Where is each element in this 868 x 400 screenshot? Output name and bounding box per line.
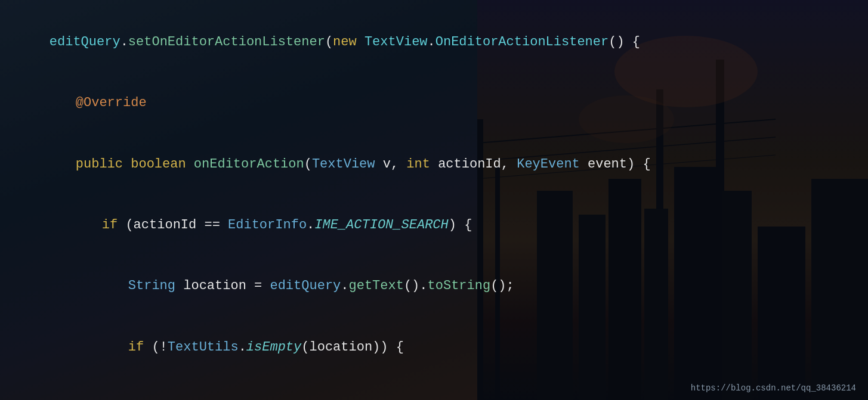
code-line-2: @Override xyxy=(18,73,850,134)
code-line-4: if (actionId == EditorInfo.IME_ACTION_SE… xyxy=(18,195,850,256)
code-line-1: editQuery.setOnEditorActionListener(new … xyxy=(18,12,850,73)
code-line-6: if (!TextUtils.isEmpty(location)) { xyxy=(18,317,850,377)
code-line-5: String location = editQuery.getText().to… xyxy=(18,256,850,317)
url-footer: https://blog.csdn.net/qq_38436214 xyxy=(691,383,856,393)
code-span: editQuery xyxy=(50,35,121,49)
code-block: editQuery.setOnEditorActionListener(new … xyxy=(0,0,868,400)
code-line-3: public boolean onEditorAction(TextView v… xyxy=(18,134,850,195)
